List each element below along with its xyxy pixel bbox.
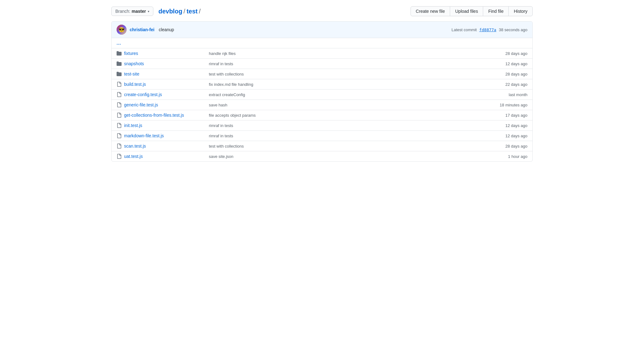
file-icon <box>117 92 122 97</box>
commit-message-cell: save site.json <box>204 154 478 159</box>
file-link[interactable]: uat.test.js <box>124 154 143 159</box>
file-rows-container: fixtures handle njk files 28 days ago sn… <box>112 48 532 161</box>
time-cell: 12 days ago <box>478 61 527 66</box>
file-icon <box>117 133 122 138</box>
file-link[interactable]: create-config.test.js <box>124 92 162 97</box>
avatar-emoji: 😎 <box>118 27 125 33</box>
latest-commit-label: Latest commit <box>451 27 477 32</box>
branch-label: Branch: <box>115 9 130 14</box>
table-row: markdown-file.test.js rimraf in tests 12… <box>112 131 532 141</box>
table-row: build.test.js fix index.md file handling… <box>112 79 532 90</box>
time-cell: 28 days ago <box>478 51 527 56</box>
upload-files-button[interactable]: Upload files <box>450 6 483 16</box>
time-cell: 28 days ago <box>478 72 527 76</box>
file-link[interactable]: init.test.js <box>124 123 142 128</box>
commit-hash[interactable]: fd8877a <box>479 27 496 32</box>
commit-message-cell: handle njk files <box>204 51 478 56</box>
commit-message-cell: save hash <box>204 103 478 107</box>
file-icon <box>117 154 122 159</box>
time-cell: 12 days ago <box>478 123 527 128</box>
commit-message-cell: fix index.md file handling <box>204 82 478 87</box>
file-icon <box>117 113 122 118</box>
avatar-image: 😎 <box>117 25 127 35</box>
avatar: 😎 <box>117 25 127 35</box>
table-row: test-site test with collections 28 days … <box>112 69 532 79</box>
commit-author[interactable]: christian-fei <box>130 27 154 32</box>
action-buttons: Create new file Upload files Find file H… <box>411 6 533 16</box>
commit-time: 38 seconds ago <box>499 27 527 32</box>
file-link[interactable]: snapshots <box>124 61 144 66</box>
file-link[interactable]: markdown-file.test.js <box>124 133 164 138</box>
table-row: generic-file.test.js save hash 18 minute… <box>112 100 532 110</box>
table-row: snapshots rimraf in tests 12 days ago <box>112 59 532 69</box>
file-icon <box>117 144 122 149</box>
parent-directory-row: ... <box>112 38 532 48</box>
branch-name: master <box>132 9 146 14</box>
breadcrumb-folder[interactable]: test <box>186 8 198 15</box>
table-row: uat.test.js save site.json 1 hour ago <box>112 151 532 161</box>
commit-message-cell: extract createConfig <box>204 92 478 97</box>
commit-message: cleanup <box>159 27 174 32</box>
file-table: 😎 christian-fei cleanup Latest commit fd… <box>111 21 533 162</box>
time-cell: 1 hour ago <box>478 154 527 159</box>
folder-icon <box>117 61 122 66</box>
commit-message-cell: rimraf in tests <box>204 134 478 138</box>
breadcrumb: devblog / test / <box>158 8 202 15</box>
commit-message-cell: test with collections <box>204 144 478 149</box>
table-row: scan.test.js test with collections 28 da… <box>112 141 532 151</box>
time-cell: 12 days ago <box>478 134 527 138</box>
parent-directory-link[interactable]: ... <box>117 41 121 46</box>
table-row: init.test.js rimraf in tests 12 days ago <box>112 120 532 131</box>
file-icon <box>117 102 122 107</box>
file-link[interactable]: fixtures <box>124 51 138 56</box>
file-link[interactable]: scan.test.js <box>124 144 146 149</box>
file-link[interactable]: get-collections-from-files.test.js <box>124 113 184 118</box>
branch-selector[interactable]: Branch: master ▾ <box>111 7 153 16</box>
breadcrumb-separator-2: / <box>199 8 201 15</box>
history-button[interactable]: History <box>508 6 533 16</box>
file-link[interactable]: test-site <box>124 71 139 76</box>
file-link[interactable]: generic-file.test.js <box>124 102 158 107</box>
commit-message-cell: test with collections <box>204 72 478 76</box>
time-cell: 18 minutes ago <box>478 103 527 107</box>
file-icon <box>117 123 122 128</box>
time-cell: 28 days ago <box>478 144 527 149</box>
time-cell: last month <box>478 92 527 97</box>
commit-message-cell: file accepts object params <box>204 113 478 118</box>
commit-message-cell: rimraf in tests <box>204 61 478 66</box>
file-icon <box>117 82 122 87</box>
time-cell: 17 days ago <box>478 113 527 118</box>
table-row: fixtures handle njk files 28 days ago <box>112 48 532 59</box>
find-file-button[interactable]: Find file <box>483 6 509 16</box>
folder-icon <box>117 51 122 56</box>
file-link[interactable]: build.test.js <box>124 82 146 87</box>
table-row: get-collections-from-files.test.js file … <box>112 110 532 120</box>
folder-icon <box>117 71 122 76</box>
time-cell: 22 days ago <box>478 82 527 87</box>
table-row: create-config.test.js extract createConf… <box>112 90 532 100</box>
create-new-file-button[interactable]: Create new file <box>411 6 450 16</box>
breadcrumb-separator-1: / <box>184 8 185 15</box>
commit-message-cell: rimraf in tests <box>204 123 478 128</box>
chevron-down-icon: ▾ <box>148 10 149 13</box>
breadcrumb-repo[interactable]: devblog <box>158 8 182 15</box>
commit-bar: 😎 christian-fei cleanup Latest commit fd… <box>112 22 532 38</box>
